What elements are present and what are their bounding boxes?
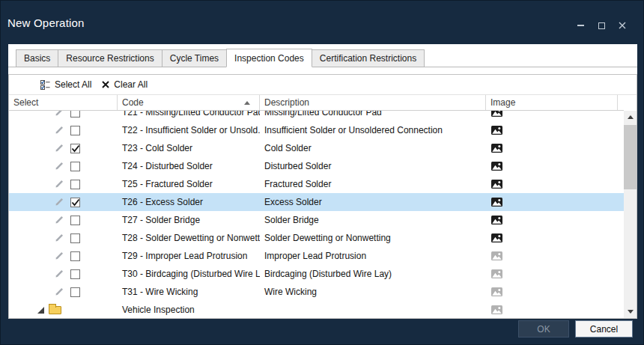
select-all-label: Select All bbox=[55, 79, 91, 90]
picture-icon[interactable] bbox=[491, 198, 502, 207]
description-cell: Cold Solder bbox=[260, 139, 486, 157]
clear-all-button[interactable]: Clear All bbox=[102, 79, 148, 90]
maximize-icon[interactable] bbox=[597, 21, 606, 30]
description-cell: Improper Lead Protrusion bbox=[260, 247, 486, 265]
description-cell: Insufficient Solder or Unsoldered Connec… bbox=[260, 121, 486, 139]
column-header-filler bbox=[618, 95, 624, 110]
table-row[interactable]: T21 - Missing/Lifted Conductor PadMissin… bbox=[9, 111, 624, 121]
window-controls bbox=[576, 21, 627, 30]
description-cell: Wire Wicking bbox=[260, 283, 486, 301]
row-checkbox[interactable] bbox=[70, 162, 80, 171]
titlebar: New Operation bbox=[1, 1, 643, 44]
checkmark-icon bbox=[71, 144, 80, 153]
image-cell bbox=[486, 211, 618, 229]
code-cell: T22 - Insufficient Solder or Unsold... bbox=[118, 121, 260, 139]
ok-button[interactable]: OK bbox=[518, 320, 569, 338]
row-checkbox[interactable] bbox=[70, 180, 80, 189]
description-cell: Excess Solder bbox=[260, 193, 486, 211]
row-checkbox[interactable] bbox=[70, 269, 80, 279]
column-header-description[interactable]: Description bbox=[260, 95, 486, 110]
grid-header: SelectCodeDescriptionImage bbox=[9, 95, 624, 111]
picture-icon[interactable] bbox=[491, 287, 502, 296]
row-checkbox[interactable] bbox=[70, 144, 80, 153]
picture-icon[interactable] bbox=[491, 144, 502, 153]
image-cell bbox=[486, 283, 618, 301]
picture-icon[interactable] bbox=[491, 180, 502, 189]
cancel-button[interactable]: Cancel bbox=[575, 320, 633, 338]
picture-icon[interactable] bbox=[491, 233, 502, 242]
table-row[interactable]: T29 - Improper Lead ProtrusionImproper L… bbox=[9, 247, 624, 265]
triangle-down-icon bbox=[628, 310, 634, 314]
tab-basics[interactable]: Basics bbox=[16, 49, 58, 67]
group-expander-icon[interactable] bbox=[37, 307, 44, 314]
image-cell bbox=[486, 111, 618, 121]
table-row[interactable]: T24 - Disturbed SolderDisturbed Solder bbox=[9, 157, 624, 175]
tab-inspection-codes[interactable]: Inspection Codes bbox=[226, 49, 312, 67]
select-cell bbox=[9, 229, 118, 247]
column-header-label: Image bbox=[490, 97, 515, 108]
table-row[interactable]: T27 - Solder BridgeSolder Bridge bbox=[9, 211, 624, 229]
row-checkbox[interactable] bbox=[70, 111, 80, 117]
tab-certification-restrictions[interactable]: Certification Restrictions bbox=[312, 49, 425, 67]
image-cell bbox=[486, 247, 618, 265]
select-cell bbox=[9, 193, 118, 211]
pencil-icon bbox=[55, 162, 64, 171]
grid-rows: T21 - Missing/Lifted Conductor PadMissin… bbox=[9, 111, 624, 318]
row-checkbox[interactable] bbox=[70, 126, 80, 135]
pencil-icon bbox=[55, 251, 64, 260]
row-checkbox[interactable] bbox=[70, 216, 80, 225]
picture-icon[interactable] bbox=[491, 269, 502, 278]
code-cell: Vehicle Inspection bbox=[118, 301, 260, 318]
picture-icon[interactable] bbox=[491, 216, 502, 225]
grid-body: T21 - Missing/Lifted Conductor PadMissin… bbox=[9, 111, 624, 318]
select-cell bbox=[9, 139, 118, 157]
close-icon[interactable] bbox=[618, 21, 627, 30]
row-checkbox[interactable] bbox=[70, 233, 80, 243]
vertical-scrollbar[interactable] bbox=[624, 111, 637, 318]
table-row[interactable]: T23 - Cold SolderCold Solder bbox=[9, 139, 624, 157]
code-cell: T21 - Missing/Lifted Conductor Pad bbox=[118, 111, 260, 121]
table-row[interactable]: T26 - Excess SolderExcess Solder bbox=[9, 193, 624, 211]
tab-resource-restrictions[interactable]: Resource Restrictions bbox=[58, 49, 162, 67]
column-header-select[interactable]: Select bbox=[9, 95, 118, 110]
group-row[interactable]: Vehicle Inspection bbox=[9, 301, 624, 318]
code-cell: T29 - Improper Lead Protrusion bbox=[118, 247, 260, 265]
select-cell bbox=[9, 283, 118, 301]
table-row[interactable]: T28 - Solder Dewetting or Nonwett...Sold… bbox=[9, 229, 624, 247]
table-row[interactable]: T25 - Fractured SolderFractured Solder bbox=[9, 175, 624, 193]
pencil-icon bbox=[55, 198, 64, 207]
code-cell: T24 - Disturbed Solder bbox=[118, 157, 260, 175]
picture-icon[interactable] bbox=[491, 162, 502, 171]
minimize-icon[interactable] bbox=[576, 21, 585, 30]
column-header-code[interactable]: Code bbox=[118, 95, 260, 110]
code-cell: T31 - Wire Wicking bbox=[118, 283, 260, 301]
grid-toolbar: Select All Clear All bbox=[9, 75, 637, 95]
scroll-up-button[interactable] bbox=[624, 111, 637, 123]
table-row[interactable]: T22 - Insufficient Solder or Unsold...In… bbox=[9, 121, 624, 139]
scrollbar-thumb[interactable] bbox=[624, 125, 637, 189]
select-all-button[interactable]: Select All bbox=[40, 79, 91, 90]
row-checkbox[interactable] bbox=[70, 198, 80, 207]
row-checkbox[interactable] bbox=[70, 251, 80, 261]
table-row[interactable]: T31 - Wire WickingWire Wicking bbox=[9, 283, 624, 301]
description-cell: Solder Bridge bbox=[260, 211, 486, 229]
image-cell bbox=[486, 301, 618, 318]
picture-icon[interactable] bbox=[491, 305, 502, 314]
column-header-image[interactable]: Image bbox=[486, 95, 618, 110]
select-cell bbox=[9, 157, 118, 175]
picture-icon[interactable] bbox=[491, 111, 502, 117]
image-cell bbox=[486, 265, 618, 283]
select-cell bbox=[9, 121, 118, 139]
tab-cycle-times[interactable]: Cycle Times bbox=[162, 49, 227, 67]
window-title: New Operation bbox=[7, 16, 85, 29]
picture-icon[interactable] bbox=[491, 126, 502, 135]
table-row[interactable]: T30 - Birdcaging (Disturbed Wire L...Bir… bbox=[9, 265, 624, 283]
pencil-icon bbox=[55, 287, 64, 296]
scroll-down-button[interactable] bbox=[624, 305, 637, 318]
triangle-up-icon bbox=[628, 115, 634, 119]
code-cell: T30 - Birdcaging (Disturbed Wire L... bbox=[118, 265, 260, 283]
picture-icon[interactable] bbox=[491, 251, 502, 260]
select-cell bbox=[9, 301, 118, 318]
description-cell: Fractured Solder bbox=[260, 175, 486, 193]
row-checkbox[interactable] bbox=[70, 287, 80, 297]
